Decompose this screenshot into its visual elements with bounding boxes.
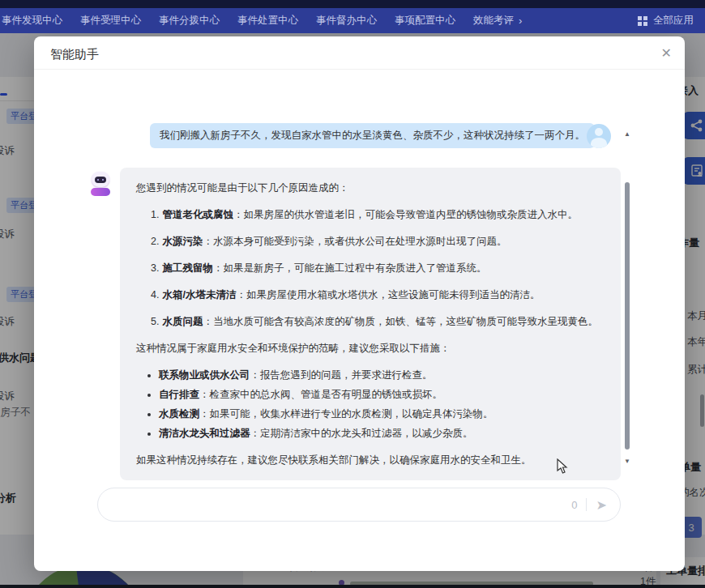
all-apps-button[interactable]: 全部应用 (638, 14, 694, 28)
chevron-right-icon[interactable]: › (519, 15, 522, 27)
message-input[interactable] (111, 499, 571, 511)
apps-grid-icon (638, 16, 642, 20)
user-avatar-head (595, 128, 603, 136)
assistant-intro: 您遇到的情况可能是由于以下几个原因造成的： (136, 180, 605, 196)
user-avatar-body (591, 138, 607, 148)
assistant-robot-avatar (86, 170, 115, 199)
nav-item-discovery[interactable]: 事件发现中心 (2, 14, 62, 28)
nav-item-acceptance[interactable]: 事件受理中心 (80, 14, 141, 28)
nav-item-dispatch[interactable]: 事件分拨中心 (159, 14, 220, 28)
send-icon[interactable]: ➤ (596, 497, 607, 513)
top-navbar: 事件发现中心 事件受理中心 事件分拨中心 事件处置中心 事件督办中心 事项配置中… (0, 8, 705, 33)
mouse-cursor (556, 458, 569, 475)
chat-scrollbar-thumb[interactable] (625, 182, 630, 450)
modal-title: 智能助手 (50, 47, 99, 62)
nav-item-supervision[interactable]: 事件督办中心 (316, 14, 377, 28)
window-top-strip (0, 0, 705, 8)
robot-base (91, 188, 110, 196)
cause-item: 2.水源污染：水源本身可能受到污染，或者供水公司在处理水源时出现了问题。 (151, 233, 605, 249)
char-count: 0 (571, 499, 577, 511)
suggestion-item: 联系物业或供水公司：报告您遇到的问题，并要求进行检查。 (159, 367, 605, 383)
cause-item: 4.水箱/水塔未清洁：如果房屋使用水箱或水塔供水，这些设施可能未得到适当的清洁。 (151, 287, 605, 303)
cause-item: 3.施工残留物：如果是新房子，可能在施工过程中有杂质进入了管道系统。 (151, 260, 605, 276)
robot-head (92, 172, 109, 187)
assistant-advice-intro: 这种情况属于家庭用水安全和环境保护的范畴，建议您采取以下措施： (136, 340, 605, 356)
scroll-up-icon[interactable]: ▲ (624, 130, 630, 138)
suggestion-list: 联系物业或供水公司：报告您遇到的问题，并要求进行检查。 自行排查：检查家中的总水… (147, 367, 605, 441)
robot-face (95, 177, 106, 183)
close-icon[interactable]: ✕ (661, 45, 672, 61)
composer-divider (586, 498, 587, 511)
message-composer: 0 ➤ (97, 488, 621, 522)
suggestion-item: 自行排查：检查家中的总水阀、管道是否有明显的锈蚀或损坏。 (159, 386, 605, 403)
nav-item-config[interactable]: 事项配置中心 (395, 14, 455, 28)
scroll-down-icon[interactable]: ▼ (624, 458, 630, 465)
nav-item-handling[interactable]: 事件处置中心 (237, 14, 298, 28)
suggestion-item: 水质检测：如果可能，收集水样进行专业的水质检测，以确定具体污染物。 (159, 406, 605, 422)
suggestion-item: 清洁水龙头和过滤器：定期清洁家中的水龙头和过滤器，以减少杂质。 (159, 425, 605, 441)
cause-item: 1.管道老化或腐蚀：如果房屋的供水管道老旧，可能会导致管道内壁的锈蚀物或杂质进入… (151, 207, 605, 223)
modal-header-divider (34, 69, 685, 70)
assistant-modal: 智能助手 ✕ 我们刚搬入新房子不久，发现自家水管中的水呈淡黄色、杂质不少，这种状… (34, 36, 685, 571)
user-message-bubble: 我们刚搬入新房子不久，发现自家水管中的水呈淡黄色、杂质不少，这种状况持续了一两个… (150, 123, 595, 148)
assistant-message-bubble: 您遇到的情况可能是由于以下几个原因造成的： 1.管道老化或腐蚀：如果房屋的供水管… (120, 168, 621, 480)
assistant-outro: 如果这种情况持续存在，建议您尽快联系相关部门解决，以确保家庭用水的安全和卫生。 (136, 452, 605, 468)
user-avatar (587, 124, 611, 148)
all-apps-label: 全部应用 (653, 14, 694, 28)
cause-item: 5.水质问题：当地水质可能含有较高浓度的矿物质，如铁、锰等，这些矿物质可能导致水… (151, 313, 605, 330)
nav-item-evaluation[interactable]: 效能考评 (473, 14, 514, 28)
